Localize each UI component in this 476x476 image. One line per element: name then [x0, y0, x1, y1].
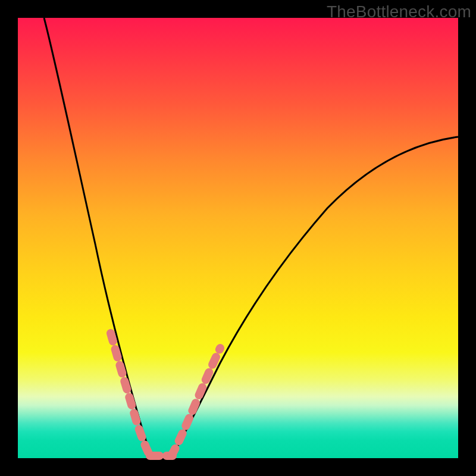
chart-frame: TheBottleneck.com — [0, 0, 476, 476]
watermark-text: TheBottleneck.com — [327, 2, 471, 21]
dotted-left — [111, 333, 151, 457]
chart-svg — [18, 18, 458, 458]
dotted-right — [171, 348, 220, 456]
curve-right — [171, 137, 458, 457]
curve-left — [44, 18, 152, 457]
